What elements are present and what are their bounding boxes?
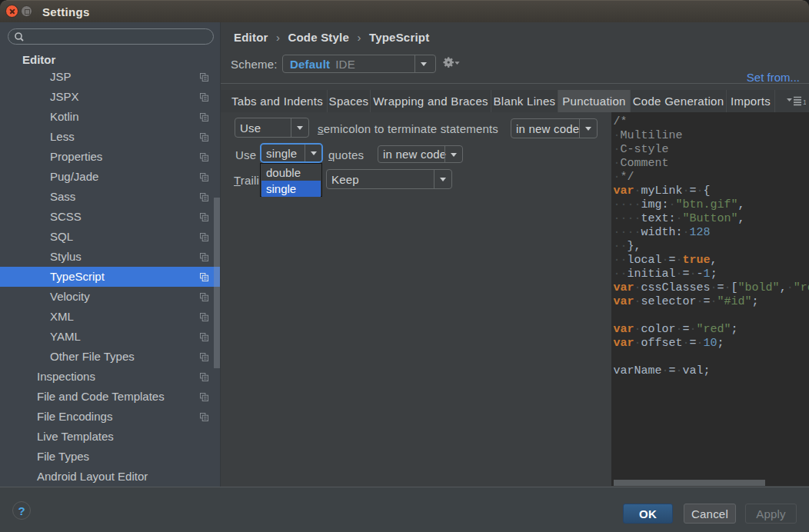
svg-text:1: 1 bbox=[803, 98, 806, 106]
